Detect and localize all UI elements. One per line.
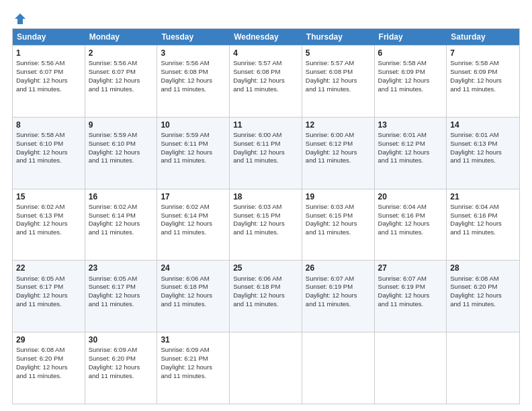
day-number: 27 — [378, 263, 443, 273]
daylight-label: Daylight: 12 hours — [16, 363, 68, 371]
sunrise-label: Sunrise: 6:03 AM — [233, 203, 281, 210]
sunrise-label: Sunrise: 5:58 AM — [378, 59, 427, 66]
day-number: 12 — [306, 120, 371, 130]
day-number: 3 — [161, 48, 226, 58]
day-number: 7 — [450, 48, 516, 58]
daylight-value: and 11 minutes. — [16, 372, 62, 379]
daylight-label: Daylight: 12 hours — [16, 220, 68, 227]
cal-cell: 20Sunrise: 6:04 AMSunset: 6:16 PMDayligh… — [375, 189, 447, 261]
cal-cell — [447, 332, 519, 404]
daylight-value: and 11 minutes. — [233, 156, 279, 164]
cal-cell: 13Sunrise: 6:01 AMSunset: 6:12 PMDayligh… — [375, 118, 447, 189]
cal-cell: 29Sunrise: 6:08 AMSunset: 6:20 PMDayligh… — [13, 332, 85, 404]
sunrise-label: Sunrise: 5:57 AM — [233, 59, 281, 66]
cal-cell: 8Sunrise: 5:58 AMSunset: 6:10 PMDaylight… — [13, 118, 85, 189]
daylight-value: and 11 minutes. — [378, 85, 424, 93]
week-row-1: 1Sunrise: 5:56 AMSunset: 6:07 PMDaylight… — [13, 45, 519, 117]
sunset-label: Sunset: 6:14 PM — [161, 212, 208, 219]
sunrise-label: Sunrise: 6:05 AM — [89, 275, 137, 282]
day-number: 11 — [233, 120, 298, 130]
sunset-label: Sunset: 6:17 PM — [16, 283, 63, 290]
daylight-value: and 11 minutes. — [306, 85, 351, 93]
header-day-sunday: Sunday — [13, 29, 85, 45]
daylight-label: Daylight: 12 hours — [450, 77, 502, 84]
sunrise-label: Sunrise: 6:02 AM — [16, 203, 64, 210]
cal-cell: 14Sunrise: 6:01 AMSunset: 6:13 PMDayligh… — [447, 118, 519, 189]
sunrise-label: Sunrise: 5:58 AM — [16, 131, 64, 138]
sunrise-label: Sunrise: 6:08 AM — [450, 275, 498, 282]
daylight-label: Daylight: 12 hours — [233, 148, 285, 156]
week-row-4: 22Sunrise: 6:05 AMSunset: 6:17 PMDayligh… — [13, 260, 519, 332]
sunset-label: Sunset: 6:12 PM — [306, 140, 353, 147]
daylight-label: Daylight: 12 hours — [306, 291, 357, 299]
day-number: 4 — [233, 48, 298, 58]
header-day-thursday: Thursday — [302, 29, 375, 45]
sunset-label: Sunset: 6:14 PM — [89, 212, 136, 219]
cal-cell: 1Sunrise: 5:56 AMSunset: 6:07 PMDaylight… — [13, 46, 85, 117]
sunset-label: Sunset: 6:17 PM — [89, 283, 136, 290]
daylight-value: and 11 minutes. — [89, 156, 134, 164]
day-number: 26 — [306, 263, 371, 273]
day-number: 30 — [89, 334, 154, 345]
cal-cell: 12Sunrise: 6:00 AMSunset: 6:12 PMDayligh… — [302, 118, 375, 189]
header — [12, 12, 520, 23]
cal-cell: 24Sunrise: 6:06 AMSunset: 6:18 PMDayligh… — [157, 261, 230, 332]
day-number: 13 — [378, 120, 443, 130]
sunset-label: Sunset: 6:13 PM — [450, 140, 497, 147]
sunset-label: Sunset: 6:20 PM — [450, 283, 497, 290]
sunset-label: Sunset: 6:21 PM — [161, 355, 208, 362]
sunrise-label: Sunrise: 6:07 AM — [306, 275, 354, 282]
cal-cell: 31Sunrise: 6:09 AMSunset: 6:21 PMDayligh… — [157, 332, 230, 404]
daylight-value: and 11 minutes. — [161, 300, 206, 308]
daylight-label: Daylight: 12 hours — [89, 363, 140, 371]
day-number: 1 — [16, 48, 81, 58]
sunrise-label: Sunrise: 5:59 AM — [89, 131, 137, 138]
day-number: 14 — [450, 120, 516, 130]
day-number: 22 — [16, 263, 81, 273]
day-number: 15 — [16, 191, 81, 202]
day-number: 31 — [161, 334, 226, 345]
sunrise-label: Sunrise: 5:57 AM — [306, 59, 354, 66]
day-number: 24 — [161, 263, 226, 273]
daylight-value: and 11 minutes. — [16, 300, 62, 308]
calendar: SundayMondayTuesdayWednesdayThursdayFrid… — [12, 28, 520, 404]
sunset-label: Sunset: 6:11 PM — [233, 140, 280, 147]
sunset-label: Sunset: 6:15 PM — [306, 212, 353, 219]
cal-cell: 18Sunrise: 6:03 AMSunset: 6:15 PMDayligh… — [230, 189, 302, 261]
day-number: 28 — [450, 263, 516, 273]
daylight-label: Daylight: 12 hours — [161, 148, 212, 156]
daylight-value: and 11 minutes. — [450, 156, 496, 164]
sunrise-label: Sunrise: 6:09 AM — [89, 346, 137, 353]
header-day-tuesday: Tuesday — [157, 29, 230, 45]
sunset-label: Sunset: 6:10 PM — [16, 140, 63, 147]
daylight-value: and 11 minutes. — [306, 156, 351, 164]
day-number: 29 — [16, 334, 81, 345]
daylight-label: Daylight: 12 hours — [161, 77, 212, 84]
svg-marker-0 — [15, 13, 26, 24]
cal-cell — [375, 332, 447, 404]
daylight-value: and 11 minutes. — [378, 228, 424, 236]
logo-icon — [13, 12, 27, 26]
daylight-value: and 11 minutes. — [378, 300, 424, 308]
cal-cell: 6Sunrise: 5:58 AMSunset: 6:09 PMDaylight… — [375, 46, 447, 117]
sunset-label: Sunset: 6:08 PM — [233, 68, 280, 75]
cal-cell — [302, 332, 375, 404]
cal-cell: 4Sunrise: 5:57 AMSunset: 6:08 PMDaylight… — [230, 46, 302, 117]
daylight-label: Daylight: 12 hours — [161, 220, 212, 227]
day-number: 9 — [89, 120, 154, 130]
daylight-value: and 11 minutes. — [16, 85, 62, 93]
daylight-value: and 11 minutes. — [161, 85, 206, 93]
sunrise-label: Sunrise: 5:56 AM — [16, 59, 64, 66]
cal-cell: 11Sunrise: 6:00 AMSunset: 6:11 PMDayligh… — [230, 118, 302, 189]
sunset-label: Sunset: 6:11 PM — [161, 140, 208, 147]
sunset-label: Sunset: 6:07 PM — [89, 68, 136, 75]
sunrise-label: Sunrise: 5:56 AM — [161, 59, 209, 66]
daylight-label: Daylight: 12 hours — [161, 291, 212, 299]
cal-cell: 3Sunrise: 5:56 AMSunset: 6:08 PMDaylight… — [157, 46, 230, 117]
calendar-body: 1Sunrise: 5:56 AMSunset: 6:07 PMDaylight… — [13, 45, 519, 404]
sunrise-label: Sunrise: 6:02 AM — [161, 203, 209, 210]
daylight-label: Daylight: 12 hours — [450, 291, 502, 299]
cal-cell: 25Sunrise: 6:06 AMSunset: 6:18 PMDayligh… — [230, 261, 302, 332]
daylight-label: Daylight: 12 hours — [89, 291, 140, 299]
cal-cell: 5Sunrise: 5:57 AMSunset: 6:08 PMDaylight… — [302, 46, 375, 117]
